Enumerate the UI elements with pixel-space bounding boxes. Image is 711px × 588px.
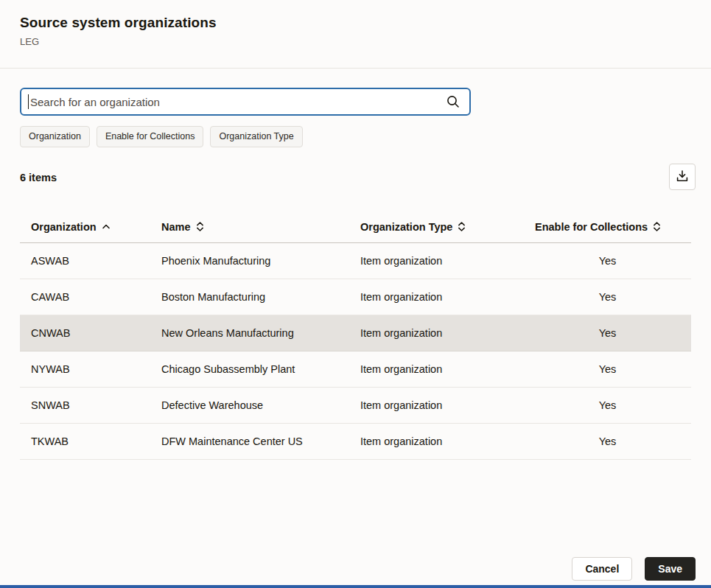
sort-ascending-icon <box>102 223 111 230</box>
cell-enable-for-collections: Yes <box>524 255 691 267</box>
cell-organization-type: Item organization <box>349 399 524 411</box>
cell-name: Boston Manufacturing <box>150 291 349 303</box>
cell-name: Chicago Subassembly Plant <box>150 363 349 375</box>
column-header-organization-type[interactable]: Organization Type <box>349 221 524 233</box>
column-header-enable-for-collections[interactable]: Enable for Collections <box>524 221 691 233</box>
cell-organization: CNWAB <box>20 327 150 339</box>
footer-actions: Cancel Save <box>572 557 696 581</box>
search-input[interactable] <box>20 88 471 116</box>
page-subtitle: LEG <box>20 36 691 47</box>
save-button[interactable]: Save <box>645 557 696 581</box>
text-cursor <box>28 94 29 109</box>
cell-enable-for-collections: Yes <box>524 327 691 339</box>
cell-organization-type: Item organization <box>349 327 524 339</box>
header-divider <box>0 68 711 69</box>
page-header: Source system organizations LEG <box>0 0 711 47</box>
cell-organization-type: Item organization <box>349 435 524 447</box>
cell-enable-for-collections: Yes <box>524 291 691 303</box>
cell-organization-type: Item organization <box>349 291 524 303</box>
cell-enable-for-collections: Yes <box>524 399 691 411</box>
download-icon <box>676 169 689 185</box>
download-button[interactable] <box>669 164 696 190</box>
column-header-organization[interactable]: Organization <box>20 221 150 233</box>
cell-organization: SNWAB <box>20 399 150 411</box>
table-row[interactable]: TKWAB DFW Maintenance Center US Item org… <box>20 424 691 460</box>
cell-organization-type: Item organization <box>349 363 524 375</box>
filter-chip-row: Organization Enable for Collections Orga… <box>20 126 303 147</box>
page-title: Source system organizations <box>20 15 691 31</box>
table-row-selected[interactable]: CNWAB New Orleans Manufacturing Item org… <box>20 315 691 351</box>
source-system-organizations-panel: Source system organizations LEG Organiza… <box>0 0 711 588</box>
filter-chip-organization[interactable]: Organization <box>20 126 90 147</box>
sortable-icon <box>653 221 661 232</box>
cell-organization: TKWAB <box>20 435 150 447</box>
table-header-row: Organization Name Organization Type <box>20 211 691 243</box>
cell-name: DFW Maintenance Center US <box>150 435 349 447</box>
filter-chip-organization-type[interactable]: Organization Type <box>210 126 302 147</box>
cell-name: Defective Warehouse <box>150 399 349 411</box>
search-bar <box>20 88 471 116</box>
table-row[interactable]: SNWAB Defective Warehouse Item organizat… <box>20 388 691 424</box>
column-header-name[interactable]: Name <box>150 221 349 233</box>
column-header-label: Name <box>161 221 191 233</box>
search-icon[interactable] <box>446 94 460 109</box>
cell-organization: NYWAB <box>20 363 150 375</box>
cell-organization-type: Item organization <box>349 255 524 267</box>
organizations-table: Organization Name Organization Type <box>20 211 691 460</box>
table-row[interactable]: CAWAB Boston Manufacturing Item organiza… <box>20 279 691 315</box>
cell-organization: ASWAB <box>20 255 150 267</box>
sortable-icon <box>196 221 204 232</box>
items-count: 6 items <box>20 172 57 183</box>
table-row[interactable]: ASWAB Phoenix Manufacturing Item organiz… <box>20 243 691 279</box>
filter-chip-enable-for-collections[interactable]: Enable for Collections <box>97 126 204 147</box>
cell-enable-for-collections: Yes <box>524 435 691 447</box>
column-header-label: Enable for Collections <box>535 221 648 233</box>
cancel-button[interactable]: Cancel <box>572 557 632 581</box>
cell-organization: CAWAB <box>20 291 150 303</box>
cell-name: New Orleans Manufacturing <box>150 327 349 339</box>
cell-enable-for-collections: Yes <box>524 363 691 375</box>
column-header-label: Organization Type <box>360 221 452 233</box>
bottom-accent-bar <box>0 585 711 588</box>
column-header-label: Organization <box>31 221 97 233</box>
sortable-icon <box>458 221 466 232</box>
table-row[interactable]: NYWAB Chicago Subassembly Plant Item org… <box>20 351 691 388</box>
cell-name: Phoenix Manufacturing <box>150 255 349 267</box>
